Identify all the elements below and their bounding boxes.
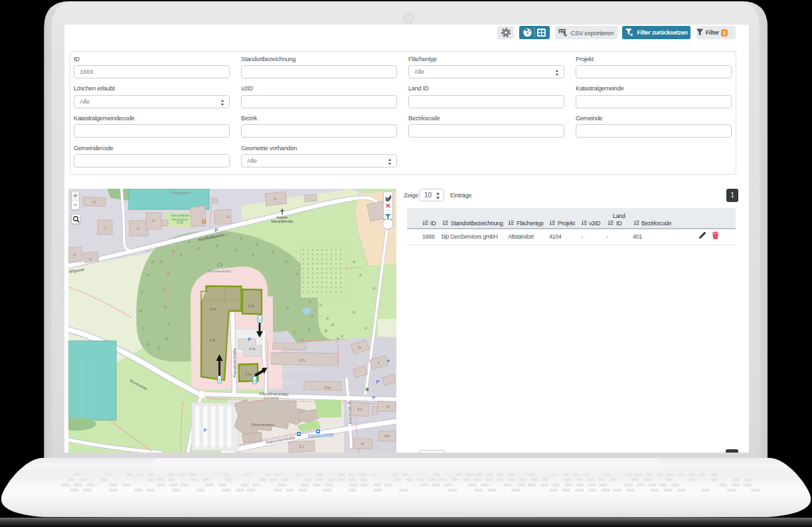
svg-text:Kapuzinerstraße: Kapuzinerstraße	[260, 391, 289, 396]
svg-text:28: 28	[226, 215, 230, 219]
svg-text:40: 40	[72, 253, 76, 257]
svg-text:45a: 45a	[384, 434, 390, 438]
svg-text:5.1: 5.1	[299, 445, 304, 449]
svg-text:Hirschgasse: Hirschgasse	[171, 191, 191, 195]
svg-text:P: P	[376, 379, 380, 384]
svg-text:12: 12	[103, 226, 107, 229]
svg-text:47: 47	[361, 442, 365, 446]
svg-text:Volleyballplatz: Volleyballplatz	[170, 214, 190, 217]
svg-text:14: 14	[136, 227, 140, 231]
svg-text:48: 48	[88, 258, 92, 261]
svg-text:Mariahilfstraße: Mariahilfstraße	[271, 219, 293, 223]
svg-text:Hirschgasse: Hirschgasse	[171, 218, 189, 221]
svg-text:ÖTB: ÖTB	[177, 221, 183, 225]
svg-text:8.2: 8.2	[358, 407, 363, 411]
svg-text:P: P	[372, 395, 376, 400]
svg-text:Kapuzinerstraße: Kapuzinerstraße	[232, 348, 236, 377]
svg-text:P: P	[248, 337, 252, 342]
svg-text:8.4c: 8.4c	[248, 304, 255, 308]
svg-text:Zentralwerkstatt: Zentralwerkstatt	[207, 269, 231, 273]
svg-text:7a: 7a	[357, 346, 361, 350]
svg-text:36: 36	[273, 197, 277, 201]
svg-text:8.2a: 8.2a	[324, 385, 331, 389]
svg-text:44: 44	[151, 219, 155, 223]
svg-text:4: 4	[378, 361, 380, 365]
svg-text:P: P	[215, 228, 218, 233]
svg-text:Diözesanhaus: Diözesanhaus	[252, 423, 275, 427]
svg-text:65: 65	[92, 201, 96, 204]
svg-text:15: 15	[386, 405, 390, 409]
svg-text:8.4a: 8.4a	[245, 372, 252, 376]
svg-text:P: P	[204, 428, 207, 433]
svg-text:8.4b: 8.4b	[249, 347, 256, 351]
svg-text:8.4e: 8.4e	[210, 307, 216, 311]
svg-text:8.7b: 8.7b	[299, 358, 305, 362]
svg-text:8.4f: 8.4f	[210, 338, 216, 342]
